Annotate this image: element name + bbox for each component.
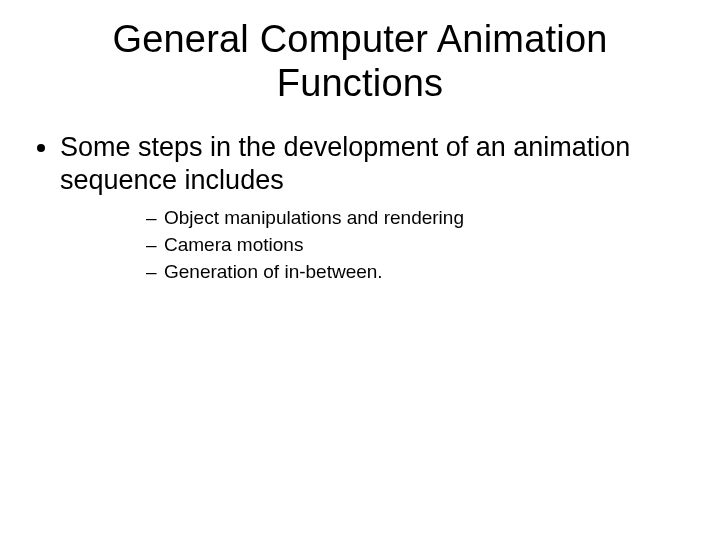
sub-bullet-2: Camera motions (150, 233, 690, 258)
title-line-2: Functions (277, 62, 444, 104)
sub-bullet-text-2: Camera motions (164, 234, 303, 255)
bullet-list: Some steps in the development of an anim… (30, 131, 690, 284)
sub-bullet-1: Object manipulations and rendering (150, 206, 690, 231)
slide-title: General Computer Animation Functions (0, 0, 720, 105)
sub-bullet-list: Object manipulations and rendering Camer… (60, 206, 690, 284)
sub-bullet-text-1: Object manipulations and rendering (164, 207, 464, 228)
sub-bullet-text-3: Generation of in-between. (164, 261, 383, 282)
sub-bullet-3: Generation of in-between. (150, 260, 690, 285)
slide-body: Some steps in the development of an anim… (0, 105, 720, 284)
bullet-text-1: Some steps in the development of an anim… (60, 132, 630, 194)
slide: General Computer Animation Functions Som… (0, 0, 720, 540)
bullet-item-1: Some steps in the development of an anim… (60, 131, 690, 284)
title-line-1: General Computer Animation (112, 18, 607, 60)
